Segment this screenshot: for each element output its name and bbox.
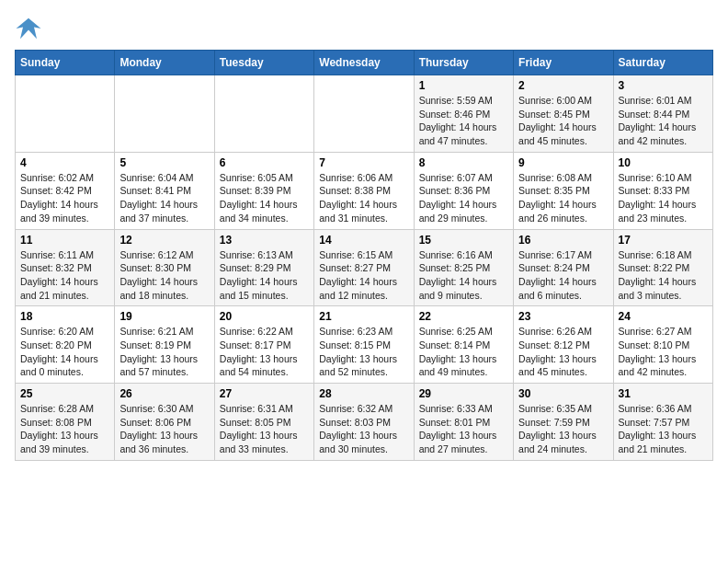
day-info: Sunrise: 6:05 AMSunset: 8:39 PMDaylight:…	[220, 171, 309, 225]
day-cell: 6Sunrise: 6:05 AMSunset: 8:39 PMDaylight…	[214, 152, 313, 229]
day-number: 20	[220, 310, 309, 323]
day-cell: 31Sunrise: 6:36 AMSunset: 7:57 PMDayligh…	[613, 384, 712, 461]
day-number: 26	[119, 387, 209, 400]
day-cell	[314, 75, 414, 153]
day-number: 25	[20, 387, 109, 400]
day-info: Sunrise: 6:07 AMSunset: 8:36 PMDaylight:…	[419, 171, 508, 225]
day-info: Sunrise: 6:08 AMSunset: 8:35 PMDaylight:…	[518, 171, 608, 225]
day-info: Sunrise: 6:01 AMSunset: 8:44 PMDaylight:…	[619, 94, 708, 148]
day-number: 30	[518, 387, 608, 400]
day-cell: 23Sunrise: 6:26 AMSunset: 8:12 PMDayligh…	[514, 306, 613, 384]
day-cell: 18Sunrise: 6:20 AMSunset: 8:20 PMDayligh…	[16, 306, 115, 384]
day-number: 11	[20, 234, 109, 247]
day-info: Sunrise: 6:20 AMSunset: 8:20 PMDaylight:…	[20, 325, 109, 379]
day-number: 29	[419, 387, 508, 400]
day-number: 2	[518, 79, 608, 92]
logo	[15, 15, 46, 42]
day-number: 13	[220, 234, 309, 247]
day-number: 4	[20, 156, 109, 169]
day-info: Sunrise: 6:16 AMSunset: 8:25 PMDaylight:…	[419, 248, 508, 303]
col-header-thursday: Thursday	[414, 51, 513, 75]
day-info: Sunrise: 6:11 AMSunset: 8:32 PMDaylight:…	[20, 248, 109, 303]
day-cell: 7Sunrise: 6:06 AMSunset: 8:38 PMDaylight…	[314, 152, 414, 229]
day-info: Sunrise: 6:02 AMSunset: 8:42 PMDaylight:…	[20, 171, 109, 225]
day-number: 7	[319, 156, 408, 169]
day-number: 24	[619, 310, 708, 323]
day-info: Sunrise: 6:31 AMSunset: 8:05 PMDaylight:…	[220, 402, 309, 456]
day-cell: 20Sunrise: 6:22 AMSunset: 8:17 PMDayligh…	[214, 306, 313, 384]
day-number: 31	[619, 387, 708, 400]
day-cell: 4Sunrise: 6:02 AMSunset: 8:42 PMDaylight…	[16, 152, 115, 229]
day-cell: 22Sunrise: 6:25 AMSunset: 8:14 PMDayligh…	[414, 306, 513, 384]
day-cell: 17Sunrise: 6:18 AMSunset: 8:22 PMDayligh…	[613, 229, 712, 306]
day-info: Sunrise: 6:00 AMSunset: 8:45 PMDaylight:…	[518, 94, 608, 148]
calendar-table: SundayMondayTuesdayWednesdayThursdayFrid…	[15, 50, 713, 461]
day-number: 12	[119, 234, 209, 247]
day-info: Sunrise: 6:18 AMSunset: 8:22 PMDaylight:…	[619, 248, 708, 303]
day-number: 10	[619, 156, 708, 169]
day-info: Sunrise: 6:23 AMSunset: 8:15 PMDaylight:…	[319, 325, 408, 379]
col-header-saturday: Saturday	[613, 51, 712, 75]
header-row: SundayMondayTuesdayWednesdayThursdayFrid…	[16, 51, 713, 75]
svg-marker-0	[17, 18, 41, 40]
day-cell: 8Sunrise: 6:07 AMSunset: 8:36 PMDaylight…	[414, 152, 513, 229]
day-cell: 15Sunrise: 6:16 AMSunset: 8:25 PMDayligh…	[414, 229, 513, 306]
day-info: Sunrise: 6:12 AMSunset: 8:30 PMDaylight:…	[119, 248, 209, 303]
day-info: Sunrise: 6:15 AMSunset: 8:27 PMDaylight:…	[319, 248, 408, 303]
day-cell: 26Sunrise: 6:30 AMSunset: 8:06 PMDayligh…	[115, 384, 214, 461]
day-cell: 29Sunrise: 6:33 AMSunset: 8:01 PMDayligh…	[414, 384, 513, 461]
day-number: 18	[20, 310, 109, 323]
day-info: Sunrise: 6:06 AMSunset: 8:38 PMDaylight:…	[319, 171, 408, 225]
day-info: Sunrise: 6:22 AMSunset: 8:17 PMDaylight:…	[220, 325, 309, 379]
day-number: 15	[419, 234, 508, 247]
day-number: 8	[419, 156, 508, 169]
day-number: 22	[419, 310, 508, 323]
day-info: Sunrise: 6:30 AMSunset: 8:06 PMDaylight:…	[119, 402, 209, 456]
header	[15, 15, 713, 42]
day-cell: 28Sunrise: 6:32 AMSunset: 8:03 PMDayligh…	[314, 384, 414, 461]
day-number: 16	[518, 234, 608, 247]
day-info: Sunrise: 6:35 AMSunset: 7:59 PMDaylight:…	[518, 402, 608, 456]
day-cell: 10Sunrise: 6:10 AMSunset: 8:33 PMDayligh…	[613, 152, 712, 229]
day-number: 3	[619, 79, 708, 92]
day-cell: 13Sunrise: 6:13 AMSunset: 8:29 PMDayligh…	[214, 229, 313, 306]
day-info: Sunrise: 6:04 AMSunset: 8:41 PMDaylight:…	[119, 171, 209, 225]
day-number: 21	[319, 310, 408, 323]
week-row-2: 4Sunrise: 6:02 AMSunset: 8:42 PMDaylight…	[16, 152, 713, 229]
day-info: Sunrise: 6:21 AMSunset: 8:19 PMDaylight:…	[119, 325, 209, 379]
day-info: Sunrise: 6:13 AMSunset: 8:29 PMDaylight:…	[220, 248, 309, 303]
col-header-monday: Monday	[115, 51, 214, 75]
col-header-tuesday: Tuesday	[214, 51, 313, 75]
day-info: Sunrise: 6:27 AMSunset: 8:10 PMDaylight:…	[619, 325, 708, 379]
day-cell: 3Sunrise: 6:01 AMSunset: 8:44 PMDaylight…	[613, 75, 712, 153]
day-cell: 21Sunrise: 6:23 AMSunset: 8:15 PMDayligh…	[314, 306, 414, 384]
day-info: Sunrise: 6:36 AMSunset: 7:57 PMDaylight:…	[619, 402, 708, 456]
week-row-1: 1Sunrise: 5:59 AMSunset: 8:46 PMDaylight…	[16, 75, 713, 153]
day-info: Sunrise: 6:26 AMSunset: 8:12 PMDaylight:…	[518, 325, 608, 379]
col-header-sunday: Sunday	[16, 51, 115, 75]
day-cell	[16, 75, 115, 153]
week-row-3: 11Sunrise: 6:11 AMSunset: 8:32 PMDayligh…	[16, 229, 713, 306]
day-info: Sunrise: 6:33 AMSunset: 8:01 PMDaylight:…	[419, 402, 508, 456]
day-number: 23	[518, 310, 608, 323]
day-info: Sunrise: 6:10 AMSunset: 8:33 PMDaylight:…	[619, 171, 708, 225]
day-number: 1	[419, 79, 508, 92]
day-cell: 24Sunrise: 6:27 AMSunset: 8:10 PMDayligh…	[613, 306, 712, 384]
day-cell: 19Sunrise: 6:21 AMSunset: 8:19 PMDayligh…	[115, 306, 214, 384]
day-number: 14	[319, 234, 408, 247]
day-cell: 9Sunrise: 6:08 AMSunset: 8:35 PMDaylight…	[514, 152, 613, 229]
day-cell: 27Sunrise: 6:31 AMSunset: 8:05 PMDayligh…	[214, 384, 313, 461]
day-cell: 16Sunrise: 6:17 AMSunset: 8:24 PMDayligh…	[514, 229, 613, 306]
day-number: 19	[119, 310, 209, 323]
logo-icon	[15, 15, 42, 42]
day-cell: 11Sunrise: 6:11 AMSunset: 8:32 PMDayligh…	[16, 229, 115, 306]
day-number: 17	[619, 234, 708, 247]
week-row-4: 18Sunrise: 6:20 AMSunset: 8:20 PMDayligh…	[16, 306, 713, 384]
day-cell	[214, 75, 313, 153]
day-cell: 12Sunrise: 6:12 AMSunset: 8:30 PMDayligh…	[115, 229, 214, 306]
day-info: Sunrise: 6:25 AMSunset: 8:14 PMDaylight:…	[419, 325, 508, 379]
day-info: Sunrise: 6:28 AMSunset: 8:08 PMDaylight:…	[20, 402, 109, 456]
day-info: Sunrise: 5:59 AMSunset: 8:46 PMDaylight:…	[419, 94, 508, 148]
day-number: 9	[518, 156, 608, 169]
day-number: 28	[319, 387, 408, 400]
